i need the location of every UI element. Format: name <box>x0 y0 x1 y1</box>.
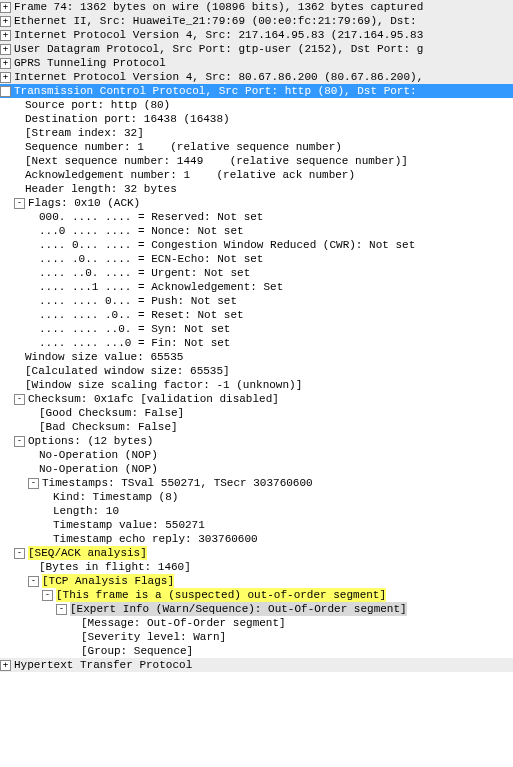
flag-ack[interactable]: .... ...1 .... = Acknowledgement: Set <box>0 280 513 294</box>
minus-icon[interactable]: - <box>14 394 25 405</box>
proto-eth[interactable]: +Ethernet II, Src: HuaweiTe_21:79:69 (00… <box>0 14 513 28</box>
flag-ecn[interactable]: .... .0.. .... = ECN-Echo: Not set <box>0 252 513 266</box>
tcp-flags[interactable]: -Flags: 0x10 (ACK) <box>0 196 513 210</box>
flag-reserved[interactable]: 000. .... .... = Reserved: Not set <box>0 210 513 224</box>
tcp-hlen[interactable]: Header length: 32 bytes <box>0 182 513 196</box>
eth-summary: Ethernet II, Src: HuaweiTe_21:79:69 (00:… <box>14 14 417 28</box>
tcp-dstport[interactable]: Destination port: 16438 (16438) <box>0 112 513 126</box>
proto-tcp[interactable]: -Transmission Control Protocol, Src Port… <box>0 84 513 98</box>
ts-echo[interactable]: Timestamp echo reply: 303760600 <box>0 532 513 546</box>
proto-gprs[interactable]: +GPRS Tunneling Protocol <box>0 56 513 70</box>
ts-value[interactable]: Timestamp value: 550271 <box>0 518 513 532</box>
ip-outer-summary: Internet Protocol Version 4, Src: 217.16… <box>14 28 423 42</box>
flag-push[interactable]: .... .... 0... = Push: Not set <box>0 294 513 308</box>
flag-syn[interactable]: .... .... ..0. = Syn: Not set <box>0 322 513 336</box>
proto-ip-outer[interactable]: +Internet Protocol Version 4, Src: 217.1… <box>0 28 513 42</box>
plus-icon[interactable]: + <box>0 72 11 83</box>
proto-http[interactable]: +Hypertext Transfer Protocol <box>0 658 513 672</box>
minus-icon[interactable]: - <box>28 478 39 489</box>
ts-length[interactable]: Length: 10 <box>0 504 513 518</box>
tcp-winscale[interactable]: [Window size scaling factor: -1 (unknown… <box>0 378 513 392</box>
flag-reset[interactable]: .... .... .0.. = Reset: Not set <box>0 308 513 322</box>
flag-cwr[interactable]: .... 0... .... = Congestion Window Reduc… <box>0 238 513 252</box>
minus-icon[interactable]: - <box>56 604 67 615</box>
out-of-order[interactable]: -[This frame is a (suspected) out-of-ord… <box>0 588 513 602</box>
plus-icon[interactable]: + <box>0 30 11 41</box>
expert-severity[interactable]: [Severity level: Warn] <box>0 630 513 644</box>
tcp-srcport[interactable]: Source port: http (80) <box>0 98 513 112</box>
minus-icon[interactable]: - <box>14 548 25 559</box>
gprs-summary: GPRS Tunneling Protocol <box>14 56 166 70</box>
opt-timestamps[interactable]: -Timestamps: TSval 550271, TSecr 3037606… <box>0 476 513 490</box>
proto-frame[interactable]: +Frame 74: 1362 bytes on wire (10896 bit… <box>0 0 513 14</box>
plus-icon[interactable]: + <box>0 16 11 27</box>
http-summary: Hypertext Transfer Protocol <box>14 658 192 672</box>
minus-icon[interactable]: - <box>42 590 53 601</box>
proto-udp[interactable]: +User Datagram Protocol, Src Port: gtp-u… <box>0 42 513 56</box>
tcp-stream[interactable]: [Stream index: 32] <box>0 126 513 140</box>
expert-info[interactable]: -[Expert Info (Warn/Sequence): Out-Of-Or… <box>0 602 513 616</box>
plus-icon[interactable]: + <box>0 58 11 69</box>
flag-fin[interactable]: .... .... ...0 = Fin: Not set <box>0 336 513 350</box>
frame-summary: Frame 74: 1362 bytes on wire (10896 bits… <box>14 0 423 14</box>
minus-icon[interactable]: - <box>28 576 39 587</box>
good-checksum[interactable]: [Good Checksum: False] <box>0 406 513 420</box>
tcp-seq[interactable]: Sequence number: 1 (relative sequence nu… <box>0 140 513 154</box>
tcp-checksum[interactable]: -Checksum: 0x1afc [validation disabled] <box>0 392 513 406</box>
plus-icon[interactable]: + <box>0 44 11 55</box>
proto-ip-inner[interactable]: +Internet Protocol Version 4, Src: 80.67… <box>0 70 513 84</box>
tcp-winsize[interactable]: Window size value: 65535 <box>0 350 513 364</box>
tcp-ack[interactable]: Acknowledgement number: 1 (relative ack … <box>0 168 513 182</box>
udp-summary: User Datagram Protocol, Src Port: gtp-us… <box>14 42 423 56</box>
tcp-nextseq[interactable]: [Next sequence number: 1449 (relative se… <box>0 154 513 168</box>
plus-icon[interactable]: + <box>0 2 11 13</box>
opt-nop1[interactable]: No-Operation (NOP) <box>0 448 513 462</box>
bad-checksum[interactable]: [Bad Checksum: False] <box>0 420 513 434</box>
tcp-summary: Transmission Control Protocol, Src Port:… <box>14 84 417 98</box>
ts-kind[interactable]: Kind: Timestamp (8) <box>0 490 513 504</box>
plus-icon[interactable]: + <box>0 660 11 671</box>
opt-nop2[interactable]: No-Operation (NOP) <box>0 462 513 476</box>
seq-ack-analysis[interactable]: -[SEQ/ACK analysis] <box>0 546 513 560</box>
tcp-calcwin[interactable]: [Calculated window size: 65535] <box>0 364 513 378</box>
expert-group[interactable]: [Group: Sequence] <box>0 644 513 658</box>
bytes-in-flight[interactable]: [Bytes in flight: 1460] <box>0 560 513 574</box>
flag-urgent[interactable]: .... ..0. .... = Urgent: Not set <box>0 266 513 280</box>
minus-icon[interactable]: - <box>14 436 25 447</box>
minus-icon[interactable]: - <box>0 86 11 97</box>
flag-nonce[interactable]: ...0 .... .... = Nonce: Not set <box>0 224 513 238</box>
ip-inner-summary: Internet Protocol Version 4, Src: 80.67.… <box>14 70 423 84</box>
tcp-analysis-flags[interactable]: -[TCP Analysis Flags] <box>0 574 513 588</box>
expert-message[interactable]: [Message: Out-Of-Order segment] <box>0 616 513 630</box>
tcp-options[interactable]: -Options: (12 bytes) <box>0 434 513 448</box>
minus-icon[interactable]: - <box>14 198 25 209</box>
